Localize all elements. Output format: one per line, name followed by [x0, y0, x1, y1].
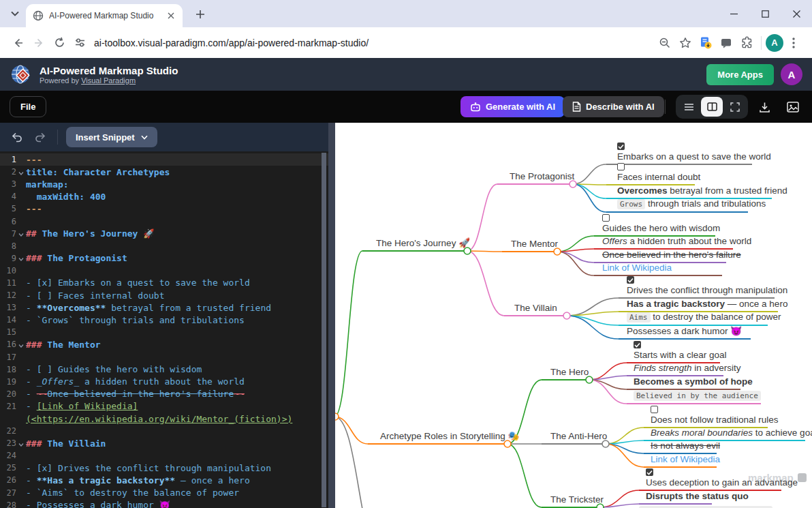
map-node[interactable]: Link of Wikipedia: [602, 263, 672, 273]
map-node-the-trickster[interactable]: The Trickster: [550, 494, 604, 505]
code-line[interactable]: 5---: [0, 203, 328, 215]
code-line[interactable]: 7## The Hero's Journey 🚀: [0, 228, 328, 240]
map-node[interactable]: Aims to destroy the balance of power: [627, 312, 781, 323]
account-avatar[interactable]: A: [781, 63, 802, 85]
insert-snippet-button[interactable]: Insert Snippet: [66, 127, 157, 147]
code-line[interactable]: 8: [0, 240, 328, 252]
code-line[interactable]: 26- **Has a tragic backstory** — once a …: [0, 474, 328, 486]
code-line[interactable]: 27- `Aims` to destroy the balance of pow…: [0, 487, 328, 499]
download-button[interactable]: [756, 99, 772, 115]
visual-paradigm-link[interactable]: Visual Paradigm: [81, 76, 136, 85]
code-editor[interactable]: 1---2title: Character Archetypes3markmap…: [0, 151, 328, 508]
window-close-button[interactable]: [781, 0, 812, 27]
view-split-button[interactable]: [701, 97, 723, 117]
view-fullscreen-button[interactable]: [724, 97, 746, 117]
map-node[interactable]: Becomes a symbol of hope: [634, 376, 753, 387]
fold-chevron-icon[interactable]: [16, 230, 25, 237]
code-line[interactable]: 14- `Grows` through trials and tribulati…: [0, 314, 328, 326]
file-menu-button[interactable]: File: [10, 96, 46, 117]
browser-tab[interactable]: AI-Powered Markmap Studio: [26, 4, 183, 27]
code-line[interactable]: 2title: Character Archetypes: [0, 166, 328, 178]
node-fold-circle[interactable]: [563, 312, 570, 319]
map-node[interactable]: Once believed in the hero's failure: [602, 250, 741, 260]
back-button[interactable]: [8, 33, 29, 53]
map-node-the-protagonist[interactable]: The Protagonist: [510, 171, 574, 182]
generate-with-ai-button[interactable]: Generate with AI: [460, 96, 565, 117]
fold-chevron-icon[interactable]: [16, 168, 25, 176]
map-node[interactable]: Breaks moral boundaries to achieve goals: [651, 428, 812, 438]
markmap-canvas[interactable]: markmap The Hero's Journey 🚀Archetype Ro…: [335, 123, 812, 508]
map-node-the-villain[interactable]: The Villain: [514, 303, 557, 314]
window-minimize-button[interactable]: [718, 0, 749, 27]
new-tab-button[interactable]: [192, 6, 208, 23]
map-node-archetype-roles[interactable]: Archetype Roles in Storytelling 🎭: [380, 431, 519, 442]
code-line[interactable]: 23### The Villain: [0, 437, 328, 449]
code-line[interactable]: 9### The Protagonist: [0, 252, 328, 265]
code-line[interactable]: 22: [0, 425, 328, 437]
code-line[interactable]: 10: [0, 265, 328, 277]
code-line[interactable]: (<https://en.wikipedia.org/wiki/Mentor_(…: [0, 413, 328, 425]
zoom-out-icon[interactable]: [655, 33, 675, 53]
fold-chevron-icon[interactable]: [16, 341, 25, 348]
extension-doc-download-icon[interactable]: [696, 33, 716, 53]
code-line[interactable]: 21- [Link of Wikipedia]: [0, 400, 328, 413]
map-node-heros-journey[interactable]: The Hero's Journey 🚀: [376, 238, 470, 249]
reload-button[interactable]: [49, 33, 69, 53]
map-node[interactable]: Uses deception to gain an advantage: [646, 468, 798, 488]
map-node[interactable]: Faces internal doubt: [617, 163, 700, 183]
map-node[interactable]: Possesses a dark humor 😈: [627, 326, 742, 337]
map-node[interactable]: Embarks on a quest to save the world: [617, 143, 771, 162]
browser-profile-avatar[interactable]: A: [766, 34, 783, 52]
map-node[interactable]: Overcomes betrayal from a trusted friend: [617, 185, 787, 196]
url-text[interactable]: ai-toolbox.visual-paradigm.com/app/ai-po…: [94, 38, 655, 48]
chat-extension-icon[interactable]: [716, 33, 736, 53]
panel-splitter[interactable]: [328, 123, 335, 508]
map-node[interactable]: Link of Wikipedia: [651, 454, 720, 465]
undo-button[interactable]: [8, 128, 26, 146]
tab-close-icon[interactable]: [165, 10, 177, 22]
code-line[interactable]: 24: [0, 449, 328, 462]
code-line[interactable]: 6: [0, 215, 328, 227]
code-line[interactable]: 25- [x] Drives the conflict through mani…: [0, 462, 328, 474]
map-node-the-anti-hero[interactable]: The Anti-Hero: [550, 431, 607, 442]
fold-chevron-icon[interactable]: [16, 254, 25, 262]
export-image-button[interactable]: [785, 99, 801, 115]
map-node-the-hero[interactable]: The Hero: [550, 367, 589, 378]
code-line[interactable]: 17: [0, 351, 328, 363]
forward-button[interactable]: [29, 33, 49, 53]
map-node[interactable]: Offers a hidden truth about the world: [602, 236, 751, 247]
redo-button[interactable]: [31, 128, 49, 146]
map-node[interactable]: Believed in by the audience: [634, 390, 761, 402]
map-node[interactable]: Guides the hero with wisdom: [602, 214, 720, 234]
fold-chevron-icon[interactable]: [16, 440, 25, 447]
code-line[interactable]: 18- [ ] Guides the hero with wisdom: [0, 363, 328, 376]
extensions-puzzle-icon[interactable]: [736, 33, 757, 53]
map-node-the-mentor[interactable]: The Mentor: [511, 239, 558, 250]
map-node[interactable]: Starts with a clear goal: [634, 341, 727, 361]
map-node[interactable]: Is not always evil: [651, 440, 720, 451]
code-line[interactable]: 3markmap:: [0, 178, 328, 190]
code-line[interactable]: 19- _Offers_ a hidden truth about the wo…: [0, 376, 328, 388]
describe-with-ai-button[interactable]: Describe with AI: [563, 96, 664, 117]
code-line[interactable]: 15: [0, 326, 328, 338]
map-node[interactable]: Finds strength in adversity: [634, 363, 741, 374]
code-line[interactable]: 11- [x] Embarks on a quest to save the w…: [0, 277, 328, 289]
site-settings-icon[interactable]: [69, 33, 90, 53]
browser-menu-kebab-icon[interactable]: [783, 33, 804, 53]
bookmark-star-icon[interactable]: [675, 33, 696, 53]
tab-search-button[interactable]: [7, 6, 23, 21]
map-node[interactable]: Grows through trials and tribulations: [617, 198, 766, 210]
code-line[interactable]: 13- **Overcomes** betrayal from a truste…: [0, 301, 328, 314]
code-line[interactable]: 1---: [0, 153, 328, 166]
code-line[interactable]: 4 maxWidth: 400: [0, 190, 328, 203]
map-node[interactable]: Has a tragic backstory — once a hero: [627, 299, 787, 310]
map-node[interactable]: Drives the conflict through manipulation: [627, 276, 787, 296]
editor-scrollbar[interactable]: [322, 153, 326, 507]
window-maximize-button[interactable]: [749, 0, 781, 27]
map-node[interactable]: Disrupts the status quo: [646, 491, 749, 502]
node-fold-circle[interactable]: [335, 413, 339, 420]
view-editor-only-button[interactable]: [678, 97, 700, 117]
code-line[interactable]: 28- Possesses a dark humor 😈: [0, 499, 328, 508]
code-line[interactable]: 20- ~~Once believed in the hero's failur…: [0, 388, 328, 400]
more-apps-button[interactable]: More Apps: [706, 64, 774, 85]
